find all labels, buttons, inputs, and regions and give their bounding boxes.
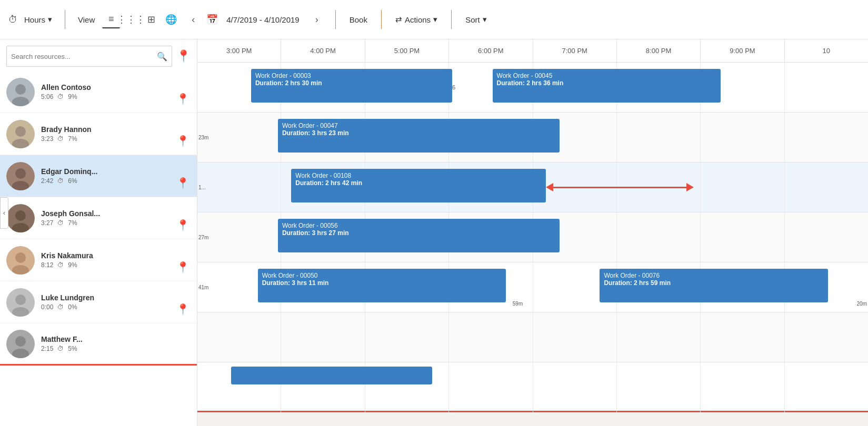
event-work-order-00076[interactable]: Work Order - 00076 Duration: 2 hrs 59 mi… — [600, 269, 827, 302]
sidebar-search-bar: 🔍 📍 — [0, 39, 197, 71]
event-duration: Duration: 2 hrs 30 min — [255, 79, 448, 87]
resource-meta-matthew: 2:15 ⏱ 5% — [41, 345, 191, 352]
clock-icon-edgar: ⏱ — [57, 177, 64, 185]
main-layout: 🔍 📍 Allen Contoso 5:06 ⏱ — [0, 39, 868, 426]
resource-item-joseph[interactable]: Joseph Gonsal... 3:27 ⏱ 7% 📍 — [0, 197, 197, 239]
event-title: Work Order - 00047 — [282, 122, 555, 129]
avatar-edgar — [6, 162, 35, 190]
divider-1 — [65, 10, 65, 29]
cal-cell — [197, 163, 281, 212]
time-label-1: 1... — [198, 185, 206, 190]
cal-row-brady: 23m Work Order - 00047 Duration: 3 hrs 2… — [197, 113, 868, 163]
cal-row-joseph: 27m Work Order - 00056 Duration: 3 hrs 2… — [197, 212, 868, 262]
resource-name-luke: Luke Lundgren — [41, 293, 191, 302]
resource-info-edgar: Edgar Dominq... 2:42 ⏱ 6% — [41, 167, 191, 185]
avatar-matthew — [6, 330, 35, 358]
avatar-allen — [6, 78, 35, 106]
event-duration: Duration: 3 hrs 23 min — [282, 129, 555, 137]
event-duration: Duration: 3 hrs 11 min — [262, 279, 502, 287]
left-scroll-button[interactable]: ‹ — [0, 197, 8, 229]
time-slot-300pm: 3:00 PM — [197, 39, 281, 62]
view-button[interactable]: View — [75, 13, 98, 26]
hours-group: ⏱ Hours ▾ — [8, 13, 55, 26]
map-view-button[interactable]: 🌐 — [162, 11, 180, 28]
event-work-order-00047[interactable]: Work Order - 00047 Duration: 3 hrs 23 mi… — [278, 119, 560, 153]
time-label-20m: 20m — [857, 301, 867, 307]
resource-time-matthew: 2:15 — [41, 345, 53, 352]
search-input[interactable] — [11, 53, 157, 60]
event-title: Work Order - 00076 — [604, 272, 823, 279]
resource-time-brady: 3:23 — [41, 135, 53, 143]
chevron-down-icon-sort: ▾ — [483, 15, 487, 24]
svg-point-1 — [15, 84, 26, 95]
resource-item-matthew[interactable]: Matthew F... 2:15 ⏱ 5% — [0, 323, 197, 366]
gantt-view-button[interactable]: ⋮⋮⋮ — [122, 11, 140, 28]
svg-point-7 — [15, 168, 26, 179]
sort-button[interactable]: Sort ▾ — [461, 13, 491, 26]
grid-view-button[interactable]: ⊞ — [142, 11, 160, 28]
arrow-head-left — [546, 183, 553, 191]
avatar-brady — [6, 120, 35, 148]
pin-kris: 📍 — [176, 261, 189, 273]
clock-icon-joseph: ⏱ — [57, 219, 64, 227]
search-box[interactable]: 🔍 — [6, 46, 172, 67]
cal-cell — [281, 312, 364, 362]
resource-meta-allen: 5:06 ⏱ 9% — [41, 93, 191, 100]
resource-name-joseph: Joseph Gonsal... — [41, 209, 191, 218]
resource-time-joseph: 3:27 — [41, 219, 53, 227]
resource-item-edgar[interactable]: Edgar Dominq... 2:42 ⏱ 6% 📍 — [0, 155, 197, 197]
clock-icon-brady: ⏱ — [57, 135, 64, 143]
resource-item-allen[interactable]: Allen Contoso 5:06 ⏱ 9% 📍 — [0, 71, 197, 113]
cal-row-kris: 41m Work Order - 00050 Duration: 3 hrs 1… — [197, 262, 868, 312]
resource-pct-edgar: 6% — [68, 177, 77, 185]
resource-meta-kris: 8:12 ⏱ 9% — [41, 261, 191, 269]
event-work-order-00003[interactable]: Work Order - 00003 Duration: 2 hrs 30 mi… — [251, 69, 452, 103]
event-duration: Duration: 2 hrs 59 min — [604, 279, 823, 287]
resource-meta-edgar: 2:42 ⏱ 6% — [41, 177, 191, 185]
time-marker-6: 6 — [452, 84, 455, 90]
resource-item-brady[interactable]: Brady Hannon 3:23 ⏱ 7% 📍 — [0, 113, 197, 155]
cal-cell — [365, 312, 448, 362]
book-button[interactable]: Book — [345, 13, 372, 26]
prev-button[interactable]: ‹ — [184, 11, 202, 28]
divider-3 — [381, 10, 382, 29]
view-label: View — [78, 15, 95, 24]
event-work-order-00045[interactable]: Work Order - 00045 Duration: 2 hrs 36 mi… — [493, 69, 721, 103]
actions-button[interactable]: ⇄ Actions ▾ — [391, 13, 442, 26]
next-button[interactable]: › — [308, 11, 326, 28]
event-work-order-00056[interactable]: Work Order - 00056 Duration: 3 hrs 27 mi… — [278, 219, 560, 252]
event-work-order-00050[interactable]: Work Order - 00050 Duration: 3 hrs 11 mi… — [258, 269, 506, 302]
cal-row-luke — [197, 312, 868, 362]
arrow-line — [553, 187, 686, 188]
resource-meta-brady: 3:23 ⏱ 7% — [41, 135, 191, 143]
cal-row-matthew — [197, 362, 868, 412]
chevron-down-icon: ▾ — [48, 15, 52, 24]
time-slot-900pm: 9:00 PM — [700, 39, 784, 62]
resource-info-kris: Kris Nakamura 8:12 ⏱ 9% — [41, 251, 191, 269]
time-label-41m: 41m — [198, 285, 208, 290]
event-title: Work Order - 00050 — [262, 272, 502, 279]
resource-pct-matthew: 5% — [68, 345, 77, 352]
view-icons-group: ≡ ⋮⋮⋮ ⊞ 🌐 — [102, 11, 180, 28]
resource-pct-allen: 9% — [68, 93, 77, 100]
event-matthew-bottom[interactable] — [231, 367, 432, 384]
resource-item-kris[interactable]: Kris Nakamura 8:12 ⏱ 9% 📍 — [0, 239, 197, 281]
event-work-order-00108[interactable]: Work Order - 00108 Duration: 2 hrs 42 mi… — [291, 169, 546, 202]
cal-cell — [784, 113, 868, 163]
cal-cell — [616, 113, 700, 163]
location-pin-icon[interactable]: 📍 — [176, 49, 191, 63]
resource-pct-kris: 9% — [68, 261, 77, 269]
search-icon[interactable]: 🔍 — [157, 52, 167, 62]
hours-button[interactable]: Hours ▾ — [21, 13, 55, 26]
time-slot-500pm: 5:00 PM — [365, 39, 448, 62]
cal-cell — [448, 312, 532, 362]
arrow-indicator — [546, 183, 693, 191]
resource-item-luke[interactable]: Luke Lundgren 0:00 ⏱ 0% 📍 — [0, 281, 197, 323]
pin-luke: 📍 — [176, 303, 189, 316]
event-duration: Duration: 2 hrs 36 min — [497, 79, 716, 87]
clock-icon-allen: ⏱ — [57, 93, 64, 100]
time-slot-600pm: 6:00 PM — [448, 39, 532, 62]
resource-name-edgar: Edgar Dominq... — [41, 167, 191, 176]
svg-point-4 — [15, 126, 26, 137]
cal-cell — [197, 312, 281, 362]
